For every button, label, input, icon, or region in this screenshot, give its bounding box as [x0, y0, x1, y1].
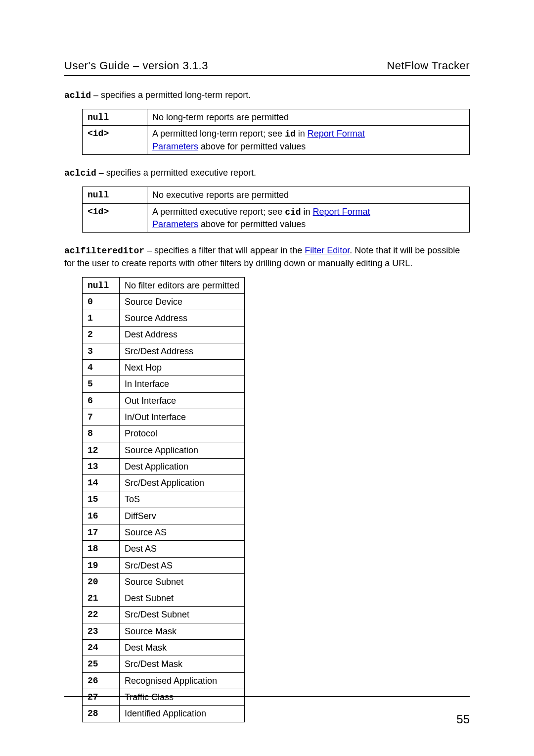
table-value: Dest Mask	[120, 640, 245, 656]
table-row: 3Src/Dest Address	[83, 343, 245, 359]
table-value: Next Hop	[120, 360, 245, 376]
table-value: Source Subnet	[120, 573, 245, 590]
table-key: 16	[83, 508, 120, 524]
table-value: ToS	[120, 491, 245, 508]
table-value: Source Mask	[120, 623, 245, 639]
filter-editor-link[interactable]: Filter Editor	[305, 245, 350, 255]
table-value: Recognised Application	[120, 672, 245, 689]
table-value: A permitted long-term report; see id in …	[147, 126, 470, 155]
table-row: 8Protocol	[83, 425, 245, 442]
table-value: A permitted executive report; see cid in…	[147, 203, 470, 233]
table-value: DiffServ	[120, 508, 245, 524]
table-key: 0	[83, 293, 120, 310]
table-value: Source Device	[120, 293, 245, 310]
table-row: 2Dest Address	[83, 327, 245, 343]
table-row: <id>A permitted executive report; see ci…	[83, 203, 470, 233]
table-value: Source Address	[120, 310, 245, 327]
table-value: Dest Address	[120, 327, 245, 343]
table-row: 24Dest Mask	[83, 640, 245, 656]
header-rule	[64, 75, 470, 76]
table-key: 15	[83, 491, 120, 508]
table-value: Protocol	[120, 425, 245, 442]
table-key: <id>	[83, 126, 147, 155]
aclcid-table: nullNo executive reports are permitted<i…	[82, 187, 470, 233]
aclid-paragraph: aclid – specifies a permitted long-term …	[64, 89, 470, 102]
table-key: null	[83, 187, 147, 203]
table-row: nullNo executive reports are permitted	[83, 187, 470, 203]
table-row: 16DiffServ	[83, 508, 245, 524]
table-key: 2	[83, 327, 120, 343]
table-value: No executive reports are permitted	[147, 187, 470, 203]
table-key: 7	[83, 409, 120, 425]
table-row: 26Recognised Application	[83, 672, 245, 689]
parameters-link[interactable]: Parameters	[152, 219, 198, 229]
table-key: 25	[83, 656, 120, 672]
table-key: 22	[83, 607, 120, 623]
parameters-link[interactable]: Parameters	[152, 142, 198, 151]
table-key: 12	[83, 442, 120, 458]
table-value: Source Application	[120, 442, 245, 458]
aclfiltereditor-desc-pre: – specifies a filter that will appear in…	[144, 245, 305, 255]
text: in	[296, 129, 308, 139]
table-row: 1Source Address	[83, 310, 245, 327]
table-value: Dest Subnet	[120, 590, 245, 607]
table-row: 23Source Mask	[83, 623, 245, 639]
text: above for permitted values	[198, 142, 306, 151]
text: above for permitted values	[198, 219, 306, 229]
table-value: Dest Application	[120, 458, 245, 474]
table-row: 28Identified Application	[83, 706, 245, 722]
code-text: id	[285, 129, 296, 139]
table-key: null	[83, 277, 120, 293]
table-row: 4Next Hop	[83, 360, 245, 376]
table-row: 22Src/Dest Subnet	[83, 607, 245, 623]
table-key: 1	[83, 310, 120, 327]
text: A permitted executive report; see	[152, 207, 285, 217]
aclid-table: nullNo long-term reports are permitted<i…	[82, 109, 470, 155]
table-row: 7In/Out Interface	[83, 409, 245, 425]
table-key: 28	[83, 706, 120, 722]
table-value: Src/Dest AS	[120, 557, 245, 573]
table-row: 27Traffic Class	[83, 689, 245, 705]
table-key: 20	[83, 573, 120, 590]
table-key: 3	[83, 343, 120, 359]
table-value: Src/Dest Address	[120, 343, 245, 359]
table-key: 14	[83, 475, 120, 491]
page: User's Guide – version 3.1.3 NetFlow Tra…	[0, 0, 534, 756]
page-number: 55	[456, 712, 470, 726]
aclcid-name: aclcid	[64, 168, 96, 178]
aclfiltereditor-paragraph: aclfiltereditor – specifies a filter tha…	[64, 244, 470, 270]
code-text: cid	[285, 207, 301, 217]
table-key: null	[83, 109, 147, 126]
table-value: No long-term reports are permitted	[147, 109, 470, 126]
table-key: 26	[83, 672, 120, 689]
table-row: 19Src/Dest AS	[83, 557, 245, 573]
table-row: 6Out Interface	[83, 392, 245, 409]
aclid-desc: – specifies a permitted long-term report…	[91, 90, 251, 100]
table-row: 5In Interface	[83, 376, 245, 392]
table-value: Dest AS	[120, 541, 245, 557]
table-value: Src/Dest Subnet	[120, 607, 245, 623]
page-header: User's Guide – version 3.1.3 NetFlow Tra…	[64, 59, 470, 72]
table-key: <id>	[83, 203, 147, 233]
table-key: 13	[83, 458, 120, 474]
aclcid-desc: – specifies a permitted executive report…	[96, 168, 256, 178]
table-row: 14Src/Dest Application	[83, 475, 245, 491]
header-left: User's Guide – version 3.1.3	[64, 59, 208, 72]
aclid-name: aclid	[64, 91, 91, 100]
table-value: In/Out Interface	[120, 409, 245, 425]
report-format-link[interactable]: Report Format	[313, 207, 370, 217]
table-value: Out Interface	[120, 392, 245, 409]
table-key: 27	[83, 689, 120, 705]
table-row: 13Dest Application	[83, 458, 245, 474]
table-row: <id>A permitted long-term report; see id…	[83, 126, 470, 155]
table-row: 18Dest AS	[83, 541, 245, 557]
aclfiltereditor-table: nullNo filter editors are permitted0Sour…	[82, 277, 245, 722]
header-right: NetFlow Tracker	[387, 59, 470, 72]
table-key: 5	[83, 376, 120, 392]
text: A permitted long-term report; see	[152, 129, 285, 139]
aclcid-paragraph: aclcid – specifies a permitted executive…	[64, 167, 470, 180]
table-value: Traffic Class	[120, 689, 245, 705]
report-format-link[interactable]: Report Format	[308, 129, 365, 139]
footer-rule	[64, 696, 470, 697]
table-value: No filter editors are permitted	[120, 277, 245, 293]
